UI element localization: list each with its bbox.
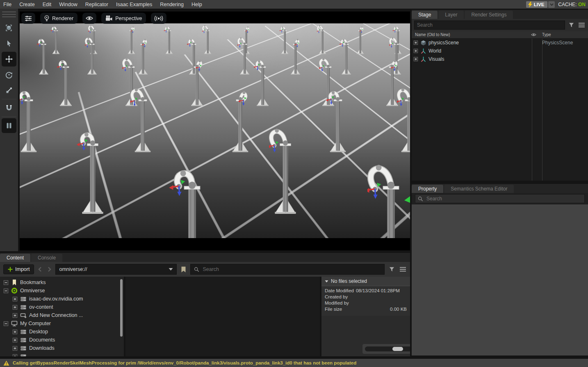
expand-toggle[interactable] (413, 48, 418, 53)
viewport-settings-button[interactable] (21, 13, 35, 24)
status-message: Calling getBypassRenderSkelMeshProcessin… (13, 360, 356, 365)
file-list[interactable] (125, 277, 320, 356)
snap-tool-button[interactable] (2, 101, 16, 115)
menu-item-window[interactable]: Window (59, 2, 77, 7)
expand-toggle[interactable] (12, 296, 18, 302)
stage-tab-render-settings[interactable]: Render Settings (465, 11, 513, 19)
expand-toggle[interactable] (12, 346, 18, 351)
rotate-tool-button[interactable] (2, 67, 16, 82)
menu-item-create[interactable]: Create (19, 2, 35, 7)
stage-search-input[interactable] (414, 21, 565, 30)
menu-item-isaac-examples[interactable]: Isaac Examples (116, 2, 152, 7)
field-label: Modified by (325, 300, 349, 306)
tree-item-my-computer[interactable]: My Computer (0, 319, 124, 328)
tree-item-ov-content[interactable]: ov-content (0, 303, 124, 311)
menu-item-edit[interactable]: Edit (43, 2, 52, 7)
camera-selector[interactable]: Perspective (101, 13, 146, 24)
expand-toggle[interactable] (12, 354, 18, 357)
stage-filter-button[interactable] (567, 21, 575, 29)
path-bar[interactable]: omniverse:// (55, 264, 177, 275)
nav-forward-button[interactable] (47, 266, 52, 273)
omniverse-icon-wrap (11, 287, 18, 294)
bookmark-button[interactable] (180, 266, 187, 273)
menu-item-replicator[interactable]: Replicator (85, 2, 108, 7)
broadcast-icon (154, 16, 163, 21)
xform-icon-wrap (420, 48, 426, 54)
tree-item-documents[interactable]: Documents (0, 336, 124, 344)
stage-row-world[interactable]: World (412, 47, 588, 55)
renderer-selector[interactable]: Renderer (40, 13, 77, 24)
menu-item-rendering[interactable]: Rendering (160, 2, 184, 7)
cursor-tool-button[interactable] (2, 36, 16, 51)
menu-item-file[interactable]: File (3, 2, 11, 7)
zoom-slider[interactable] (365, 346, 410, 351)
bookmark-icon (181, 266, 186, 273)
zoom-slider-thumb[interactable] (392, 347, 403, 351)
expand-toggle[interactable] (3, 321, 9, 326)
expand-toggle[interactable] (3, 288, 9, 294)
property-search-input[interactable] (426, 195, 582, 202)
expand-toggle[interactable] (12, 337, 18, 343)
tree-item-desktop[interactable]: Desktop (0, 328, 124, 336)
expand-toggle[interactable] (12, 305, 18, 310)
triangle-down-icon[interactable] (169, 268, 173, 271)
nav-back-button[interactable] (37, 266, 43, 273)
column-visibility-header[interactable] (529, 33, 539, 37)
content-filter-button[interactable] (388, 266, 396, 273)
plus-box-icon (413, 40, 418, 45)
camera-icon (105, 15, 112, 21)
menu-item-help[interactable]: Help (191, 2, 202, 7)
stage-tab-stage[interactable]: Stage (412, 11, 438, 19)
property-tab-strip: PropertySemantics Schema Editor (412, 184, 588, 193)
content-tab-console[interactable]: Console (31, 254, 62, 262)
expand-toggle[interactable] (12, 313, 18, 318)
viewport-scene[interactable] (20, 23, 410, 238)
tree-item-label: Add New Connection ... (29, 312, 83, 318)
field-label: Date Modified (325, 288, 354, 294)
bookmark-icon-wrap (11, 279, 18, 286)
tree-item-downloads[interactable]: Downloads (0, 344, 124, 352)
expand-toggle[interactable] (12, 329, 18, 335)
expand-toggle[interactable] (413, 40, 418, 45)
tree-item-isaac-dev-ov-nvidia-com[interactable]: isaac-dev.ov.nvidia.com (0, 295, 124, 303)
pause-tool-button[interactable] (2, 118, 16, 133)
expand-toggle[interactable] (413, 57, 418, 62)
xform-icon-wrap (420, 56, 426, 62)
robot-field (20, 23, 410, 238)
column-divider[interactable] (542, 39, 542, 181)
tree-item-item[interactable] (0, 352, 124, 356)
stage-row-physicsscene[interactable]: physicsScenePhysicsScene (412, 39, 588, 47)
expand-toggle[interactable] (3, 280, 9, 285)
tree-item-omniverse[interactable]: Omniverse (0, 287, 124, 295)
broadcast-button[interactable] (151, 13, 166, 24)
toolbar-drag-handle[interactable] (2, 9, 16, 20)
tree-item-bookmarks[interactable]: Bookmarks (0, 278, 124, 287)
content-tab-content[interactable]: Content (0, 254, 30, 262)
tree-item-add-new-connection[interactable]: Add New Connection ... (0, 311, 124, 319)
property-tab-semantics-schema-editor[interactable]: Semantics Schema Editor (444, 185, 514, 193)
live-label: LIVE (534, 2, 545, 7)
menu-items: FileCreateEditWindowReplicatorIsaac Exam… (0, 2, 202, 7)
import-button[interactable]: Import (3, 264, 34, 274)
column-divider[interactable] (532, 39, 532, 181)
details-header[interactable]: No files selected (321, 277, 410, 286)
stage-options-button[interactable] (578, 22, 586, 28)
server-icon-wrap (20, 304, 27, 310)
visibility-button[interactable] (82, 13, 96, 24)
live-button[interactable]: LIVE (526, 1, 548, 8)
select-tool-button[interactable] (2, 21, 16, 35)
content-options-button[interactable] (399, 266, 407, 273)
xform-icon (420, 56, 426, 62)
live-dropdown-button[interactable] (548, 1, 555, 8)
magnet-icon (5, 104, 13, 112)
column-name-header[interactable]: Name (Old to New) (412, 32, 529, 37)
property-tab-property[interactable]: Property (412, 185, 443, 193)
content-search-input[interactable] (202, 266, 381, 273)
scale-tool-button[interactable] (2, 83, 16, 98)
cube-icon-wrap (420, 40, 426, 46)
stage-tab-layer[interactable]: Layer (438, 11, 464, 19)
move-tool-button[interactable] (2, 52, 16, 67)
stage-row-visuals[interactable]: Visuals (412, 55, 588, 63)
column-type-header[interactable]: Type (539, 32, 588, 37)
tree-scrollbar[interactable] (120, 279, 123, 337)
